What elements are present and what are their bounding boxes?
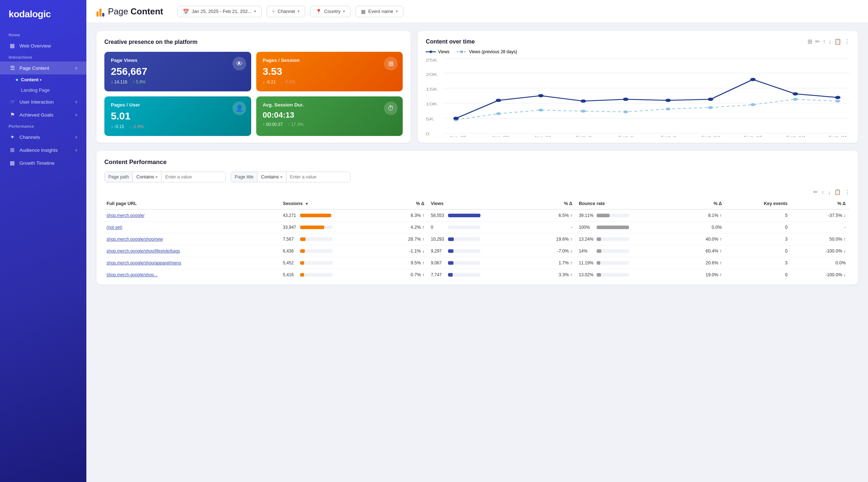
bounce-bar-bg: [597, 237, 629, 241]
cell-url: shop.merch.google/shop...: [104, 269, 281, 281]
url-link[interactable]: shop.merch.google/shop/lifestyle/bags: [107, 249, 180, 254]
cell-sessions-delta: 9.5% ↑: [379, 257, 429, 269]
url-link[interactable]: shop.merch.google/shop/new: [107, 237, 163, 242]
col-key-events: Key events: [726, 198, 792, 209]
col-sessions[interactable]: Sessions ▼: [281, 198, 379, 209]
url-link[interactable]: shop.merch.google/: [107, 213, 144, 218]
event-filter-button[interactable]: ▦ Event name ▾: [356, 6, 403, 17]
sidebar-item-web-overview[interactable]: ▦ Web Overview: [0, 39, 86, 52]
metrics-card-title: Creative presence on the platform: [104, 39, 403, 45]
page-title-filter-group: Page title Contains ▾: [231, 172, 350, 182]
avg-session-footer: ↑ 00:00:37 ↑ 17.3%: [263, 122, 397, 127]
sidebar-item-channels[interactable]: ✦ Channels ∨: [0, 131, 86, 144]
svg-point-23: [751, 103, 755, 106]
page-path-select[interactable]: Contains ▾: [133, 172, 161, 182]
chart-actions: ⊞ ✏ ↑ ↓ 📋 ⋮: [808, 38, 850, 45]
bounce-bar-fill: [597, 273, 601, 277]
sessions-value: 7,567: [283, 237, 298, 242]
chart-action-down[interactable]: ↓: [828, 38, 831, 45]
channels-chevron: ∨: [75, 135, 78, 140]
metrics-card: Creative presence on the platform 👁 Page…: [96, 31, 411, 143]
views-bar-fill: [448, 273, 453, 277]
page-title-input[interactable]: [286, 172, 350, 182]
col-bounce-delta: % Δ: [677, 198, 726, 209]
page-title-select[interactable]: Contains ▾: [257, 172, 286, 182]
svg-text:5K: 5K: [426, 117, 434, 121]
cell-bounce: 100%: [577, 222, 677, 233]
url-link[interactable]: shop.merch.google/shop/apparel/mens: [107, 260, 181, 265]
bar3: [102, 13, 104, 17]
col-url: Full page URL: [104, 198, 281, 209]
chart-action-grid[interactable]: ⊞: [808, 38, 812, 45]
chart-action-up[interactable]: ↑: [823, 38, 826, 45]
svg-point-19: [581, 110, 586, 113]
sidebar-subitem-content[interactable]: Content •: [16, 74, 86, 85]
chart-area: 0 5K 10K 15K 20K 25K: [426, 58, 850, 137]
cell-key-events-delta: -100.0% ↓: [792, 245, 850, 257]
web-overview-icon: ▦: [9, 42, 16, 49]
svg-point-29: [581, 100, 586, 103]
cell-bounce: 13.02%: [577, 269, 677, 281]
tile-avg-session: ⏱ Avg. Session Dur. 00:04:13 ↑ 00:00:37 …: [256, 96, 403, 136]
cell-key-events-delta: -: [792, 222, 850, 233]
table-row: shop.merch.google/shop... 5,416 0.7% ↑ 7…: [104, 269, 850, 281]
page-title-arrow: ▾: [280, 175, 282, 179]
cell-sessions-delta: 8.3% ↑: [379, 209, 429, 222]
page-views-label: Page Views: [111, 58, 245, 63]
svg-point-18: [539, 109, 543, 112]
sidebar-item-growth-timeline[interactable]: ▦ Growth Timeline: [0, 156, 86, 169]
cell-sessions: 5,416: [281, 269, 379, 281]
svg-point-32: [708, 98, 713, 101]
sidebar-item-audience-insights[interactable]: ⊞ Audience Insights ∨: [0, 144, 86, 156]
page-path-filter-group: Page path Contains ▾: [104, 172, 226, 182]
sidebar-item-user-interaction[interactable]: ☞ User Interaction ∨: [0, 95, 86, 108]
views-bar-fill: [448, 214, 480, 217]
sidebar-label-audience-insights: Audience Insights: [19, 147, 58, 153]
cell-key-events: 0: [726, 269, 792, 281]
sessions-bar-fill: [300, 214, 331, 217]
channel-filter-button[interactable]: ⑂ Channel ▾: [267, 6, 305, 17]
cell-views-delta: 1.7% ↑: [527, 257, 577, 269]
cell-key-events: 3: [726, 233, 792, 245]
url-link[interactable]: shop.merch.google/shop...: [107, 272, 157, 277]
table-export-icon[interactable]: 📋: [834, 189, 841, 195]
views-bar-wrap: 9,067: [431, 260, 523, 265]
avg-session-sub1: ↑ 00:00:37: [263, 122, 283, 127]
page-path-input[interactable]: [161, 172, 225, 182]
chart-action-edit[interactable]: ✏: [815, 38, 820, 45]
avg-session-sub2: ↑ 17.3%: [288, 122, 303, 127]
sidebar-logo: kodalogic: [0, 9, 86, 30]
date-filter-button[interactable]: 📅 Jan 25, 2025 - Feb 21, 202... ▾: [177, 6, 262, 17]
table-edit-icon[interactable]: ✏: [813, 189, 818, 195]
sessions-bar-fill: [300, 261, 304, 265]
chart-action-more[interactable]: ⋮: [844, 38, 850, 45]
svg-point-3: [461, 51, 463, 53]
country-filter-button[interactable]: 📍 Country ▾: [310, 6, 351, 17]
content-area: Creative presence on the platform 👁 Page…: [86, 23, 868, 482]
views-bar-bg: [448, 273, 480, 277]
date-filter-label: Jan 25, 2025 - Feb 21, 202...: [191, 9, 252, 14]
sidebar-item-page-content[interactable]: ☰ Page Content ∧: [0, 62, 86, 74]
sidebar-subitem-landing-page[interactable]: Landing Page: [16, 85, 86, 95]
cell-bounce-delta: 40.0% ↑: [677, 233, 726, 245]
content-dot: [16, 79, 18, 81]
table-down-icon[interactable]: ↓: [828, 189, 831, 195]
legend-prev-views-line-icon: [457, 50, 467, 54]
cell-views: 9,297: [429, 245, 527, 257]
views-value: 58,553: [431, 213, 446, 218]
table-up-icon[interactable]: ↑: [822, 189, 824, 195]
sidebar-item-achieved-goals[interactable]: ⚑ Achieved Goals ∨: [0, 108, 86, 121]
audience-insights-icon: ⊞: [9, 147, 16, 153]
url-link[interactable]: (not set): [107, 225, 122, 230]
cell-views: 58,553: [429, 209, 527, 222]
chart-action-export[interactable]: 📋: [834, 38, 841, 45]
cell-key-events: 0: [726, 245, 792, 257]
sessions-bar-bg: [300, 214, 333, 217]
cell-url: shop.merch.google/shop/new: [104, 233, 281, 245]
cell-bounce: 13.24%: [577, 233, 677, 245]
cell-views-delta: 19.6% ↑: [527, 233, 577, 245]
channel-filter-label: Channel: [277, 9, 295, 14]
pages-user-sub1: ↓ -0.15: [111, 124, 124, 129]
user-interaction-chevron: ∨: [75, 100, 78, 104]
table-more-icon[interactable]: ⋮: [845, 189, 850, 195]
